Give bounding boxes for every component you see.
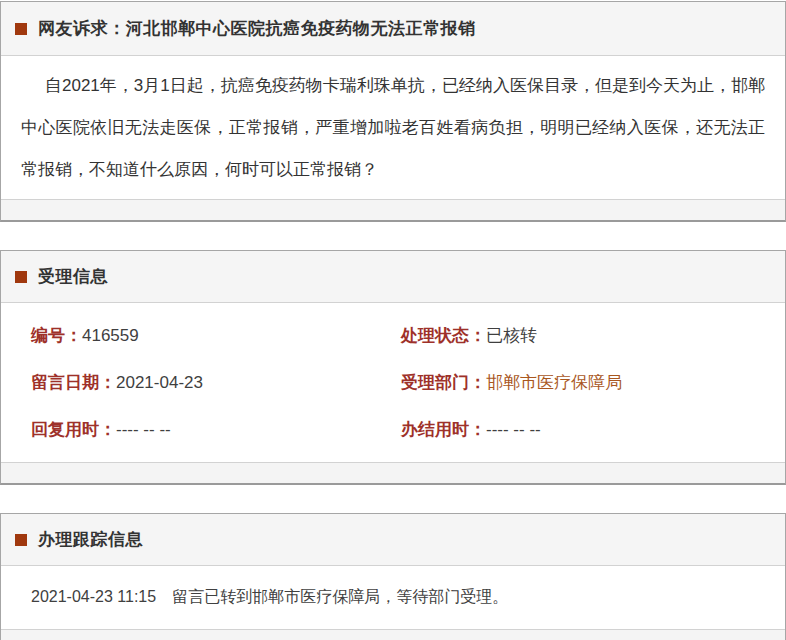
field-reply-time-label: 回复用时： bbox=[31, 418, 116, 441]
complaint-detail-page: 网友诉求：河北邯郸中心医院抗癌免疫药物无法正常报销 自2021年，3月1日起，抗… bbox=[0, 0, 786, 640]
complaint-footer-strip bbox=[1, 199, 785, 220]
complaint-card-header: 网友诉求：河北邯郸中心医院抗癌免疫药物无法正常报销 bbox=[1, 2, 785, 56]
field-message-date: 留言日期： 2021-04-23 bbox=[31, 359, 401, 406]
section-bullet-icon bbox=[15, 23, 27, 35]
field-department: 受理部门： 邯郸市医疗保障局 bbox=[401, 359, 765, 406]
tracking-footer-strip bbox=[1, 629, 785, 640]
field-completion-time-label: 办结用时： bbox=[401, 418, 486, 441]
field-reply-time-value: ---- -- -- bbox=[116, 420, 171, 440]
field-completion-time: 办结用时： ---- -- -- bbox=[401, 406, 765, 453]
acceptance-footer-strip bbox=[1, 462, 785, 483]
field-message-date-label: 留言日期： bbox=[31, 371, 116, 394]
complaint-body: 自2021年，3月1日起，抗癌免疫药物卡瑞利珠单抗，已经纳入医保目录，但是到今天… bbox=[1, 56, 785, 199]
field-status-value: 已核转 bbox=[486, 324, 537, 347]
tracking-title: 办理跟踪信息 bbox=[38, 528, 143, 551]
field-reply-time: 回复用时： ---- -- -- bbox=[31, 406, 401, 453]
tracking-body: 2021-04-23 11:15留言已转到邯郸市医疗保障局，等待部门受理。 bbox=[1, 566, 785, 629]
field-number-value: 416559 bbox=[82, 326, 139, 346]
complaint-card: 网友诉求：河北邯郸中心医院抗癌免疫药物无法正常报销 自2021年，3月1日起，抗… bbox=[0, 1, 786, 222]
acceptance-card: 受理信息 编号： 416559 处理状态： 已核转 留言日期： 2021-04-… bbox=[0, 250, 786, 485]
field-status-label: 处理状态： bbox=[401, 324, 486, 347]
field-department-label: 受理部门： bbox=[401, 371, 486, 394]
acceptance-fields: 编号： 416559 处理状态： 已核转 留言日期： 2021-04-23 受理… bbox=[1, 303, 785, 462]
tracking-entry-time: 2021-04-23 11:15 bbox=[31, 588, 156, 605]
field-message-date-value: 2021-04-23 bbox=[116, 373, 203, 393]
field-number: 编号： 416559 bbox=[31, 312, 401, 359]
section-bullet-icon bbox=[15, 271, 27, 283]
tracking-card: 办理跟踪信息 2021-04-23 11:15留言已转到邯郸市医疗保障局，等待部… bbox=[0, 513, 786, 640]
tracking-entry: 2021-04-23 11:15留言已转到邯郸市医疗保障局，等待部门受理。 bbox=[31, 586, 765, 607]
tracking-card-header: 办理跟踪信息 bbox=[1, 514, 785, 566]
complaint-text: 自2021年，3月1日起，抗癌免疫药物卡瑞利珠单抗，已经纳入医保目录，但是到今天… bbox=[21, 65, 765, 191]
field-number-label: 编号： bbox=[31, 324, 82, 347]
acceptance-card-header: 受理信息 bbox=[1, 251, 785, 303]
acceptance-title: 受理信息 bbox=[38, 265, 108, 288]
complaint-title: 网友诉求：河北邯郸中心医院抗癌免疫药物无法正常报销 bbox=[38, 17, 476, 40]
field-status: 处理状态： 已核转 bbox=[401, 312, 765, 359]
tracking-entry-text: 留言已转到邯郸市医疗保障局，等待部门受理。 bbox=[172, 588, 508, 605]
section-bullet-icon bbox=[15, 534, 27, 546]
field-completion-time-value: ---- -- -- bbox=[486, 420, 541, 440]
field-department-value: 邯郸市医疗保障局 bbox=[486, 371, 622, 394]
